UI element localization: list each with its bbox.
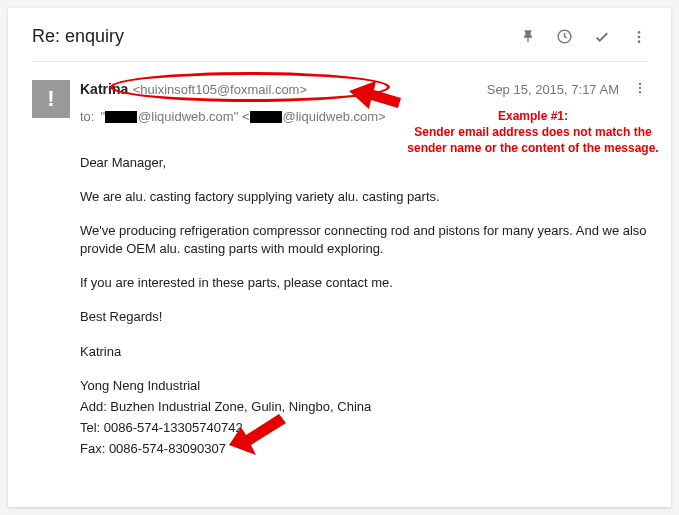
signature-company: Yong Neng Industrial [80,377,647,395]
closing: Best Regards! [80,308,647,326]
message-meta: Sep 15, 2015, 7:17 AM [487,81,647,99]
sender-line: Katrina <huixinsoft105@foxmail.com> Sep … [80,80,647,99]
svg-point-1 [638,31,641,34]
signature-name: Katrina [80,343,647,361]
to-label: to: [80,109,94,124]
paragraph-1: We are alu. casting factory supplying va… [80,188,647,206]
svg-point-5 [639,86,641,88]
greeting: Dear Manager, [80,154,647,172]
subject-row: Re: enquiry [32,26,647,62]
signature-address: Add: Buzhen Industrial Zone, Gulin, Ning… [80,398,647,416]
recipient: "@liquidweb.com" <@liquidweb.com> [100,109,385,124]
redacted [250,111,282,123]
message-body: Dear Manager, We are alu. casting factor… [80,154,647,459]
signature-fax: Fax: 0086-574-83090307 [80,440,647,458]
svg-point-6 [639,90,641,92]
sender-block: Katrina <huixinsoft105@foxmail.com> Sep … [80,80,647,124]
svg-point-2 [638,35,641,38]
redacted [105,111,137,123]
message-menu-icon[interactable] [633,81,647,99]
paragraph-2: We've producing refrigeration compressor… [80,222,647,258]
svg-point-4 [639,82,641,84]
done-icon[interactable] [593,28,611,46]
more-icon[interactable] [631,29,647,45]
recipient-row: to: "@liquidweb.com" <@liquidweb.com> [80,109,647,124]
email-card: Re: enquiry ! Katrina <huix [8,8,671,507]
paragraph-3: If you are interested in these parts, pl… [80,274,647,292]
spam-icon: ! [32,80,70,118]
pin-icon[interactable] [520,29,536,45]
action-icons [520,28,647,46]
message-date: Sep 15, 2015, 7:17 AM [487,82,619,97]
signature-tel: Tel: 0086-574-13305740742 [80,419,647,437]
svg-point-3 [638,40,641,43]
sender-info: Katrina <huixinsoft105@foxmail.com> [80,80,307,98]
snooze-icon[interactable] [556,28,573,45]
message-header: ! Katrina <huixinsoft105@foxmail.com> Se… [32,80,647,124]
email-subject: Re: enquiry [32,26,124,47]
sender-avatar: ! [32,80,70,118]
sender-name: Katrina [80,81,128,97]
sender-email: <huixinsoft105@foxmail.com> [133,82,307,97]
